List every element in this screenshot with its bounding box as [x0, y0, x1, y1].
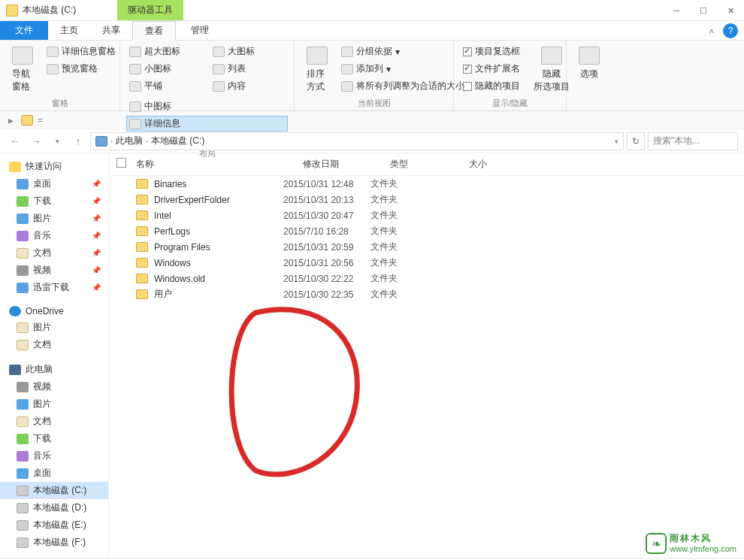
sidebar-item[interactable]: 图片📌 — [0, 210, 108, 227]
sidebar-item[interactable]: 本地磁盘 (E:) — [0, 516, 108, 534]
sidebar-item[interactable]: 音乐📌 — [0, 227, 108, 244]
view-details[interactable]: 详细信息 — [126, 116, 288, 132]
sidebar-item[interactable]: 本地磁盘 (F:) — [0, 534, 108, 551]
sidebar-item[interactable]: 图片 — [0, 319, 108, 336]
table-row[interactable]: Windows 2015/10/31 20:56 文件夹 — [109, 255, 744, 271]
folder-icon — [17, 340, 29, 350]
sidebar-item[interactable]: 本地磁盘 (D:) — [0, 499, 108, 516]
chevron-down-icon[interactable]: ▾ — [615, 138, 618, 145]
tab-home[interactable]: 主页 — [48, 21, 90, 40]
table-row[interactable]: 用户 2015/10/30 22:35 文件夹 — [109, 286, 744, 302]
view-xlarge-icons[interactable]: 超大图标 — [126, 44, 205, 59]
sidebar-item[interactable]: 下载📌 — [0, 192, 108, 210]
table-row[interactable]: Program Files 2015/10/31 20:59 文件夹 — [109, 239, 744, 255]
refresh-button[interactable]: ↻ — [627, 132, 645, 150]
folder-icon — [17, 520, 29, 531]
table-row[interactable]: Windows.old 2015/10/30 22:22 文件夹 — [109, 271, 744, 286]
sidebar-item[interactable]: 文档 — [0, 336, 108, 353]
view-large-icons[interactable]: 大图标 — [210, 44, 289, 59]
drive-tools-tab[interactable]: 驱动器工具 — [117, 0, 183, 20]
folder-icon — [17, 248, 29, 259]
file-extensions-toggle[interactable]: 文件扩展名 — [460, 61, 523, 77]
sidebar-item[interactable]: 音乐 — [0, 447, 108, 465]
sidebar-item[interactable]: 桌面📌 — [0, 175, 108, 192]
breadcrumb-thispc[interactable]: 此电脑 — [116, 135, 143, 147]
view-medium-icons[interactable]: 中图标 — [126, 98, 288, 114]
view-tiles[interactable]: 平铺 — [126, 78, 205, 94]
address-bar: ← → ▾ ↑ › 此电脑 › 本地磁盘 (C:) ▾ ↻ 搜索"本地... — [0, 129, 744, 153]
search-input[interactable]: 搜索"本地... — [648, 132, 738, 150]
navigation-sidebar[interactable]: 快速访问 桌面📌下载📌图片📌音乐📌文档📌视频📌迅雷下载📌 OneDrive 图片… — [0, 153, 109, 558]
annotation-circle — [233, 309, 368, 482]
expand-tree-button[interactable]: ▸ — [5, 111, 17, 129]
chevron-up-icon[interactable]: ᴧ — [709, 26, 714, 35]
tab-manage[interactable]: 管理 — [179, 21, 221, 40]
sort-button[interactable]: 排序方式 — [301, 44, 334, 96]
maximize-button[interactable]: ☐ — [690, 0, 717, 21]
preview-pane-icon — [47, 64, 59, 74]
tiles-icon — [129, 81, 141, 92]
add-columns-icon — [341, 64, 353, 74]
sidebar-item[interactable]: 迅雷下载📌 — [0, 279, 108, 296]
sidebar-item[interactable]: 图片 — [0, 395, 108, 413]
tab-file[interactable]: 文件 — [0, 21, 48, 40]
group-panes-label: 窗格 — [6, 96, 113, 110]
forward-button[interactable]: → — [27, 132, 45, 150]
column-type[interactable]: 类型 — [390, 158, 469, 171]
table-row[interactable]: Binaries 2015/10/31 12:48 文件夹 — [109, 176, 744, 192]
onedrive-icon — [9, 306, 21, 316]
close-button[interactable]: ✕ — [717, 0, 744, 21]
breadcrumb[interactable]: › 此电脑 › 本地磁盘 (C:) ▾ — [90, 132, 624, 150]
navigation-pane-button[interactable]: 导航窗格 — [6, 44, 39, 96]
table-row[interactable]: DriverExpertFolder 2015/10/31 20:13 文件夹 — [109, 192, 744, 207]
column-name[interactable]: 名称 — [136, 158, 303, 171]
sidebar-item[interactable]: 桌面 — [0, 465, 108, 482]
add-columns-button[interactable]: 添加列 ▾ — [338, 61, 467, 77]
group-showhide-label: 显示/隐藏 — [460, 96, 560, 110]
leaf-icon: ❧ — [646, 533, 667, 554]
sidebar-item[interactable]: 视频📌 — [0, 262, 108, 279]
watermark: ❧ 雨林木风 www.ylmfeng.com — [646, 533, 736, 554]
file-list[interactable]: 名称 修改日期 类型 大小 Binaries 2015/10/31 12:48 … — [109, 153, 744, 558]
breadcrumb-drive[interactable]: 本地磁盘 (C:) — [151, 135, 204, 147]
view-small-icons[interactable]: 小图标 — [126, 61, 205, 77]
sidebar-this-pc[interactable]: 此电脑 — [0, 361, 108, 378]
fit-columns-icon — [341, 81, 353, 92]
up-button[interactable]: ↑ — [69, 132, 87, 150]
sidebar-item[interactable]: 视频 — [0, 378, 108, 395]
hidden-items-toggle[interactable]: 隐藏的项目 — [460, 78, 523, 94]
tab-share[interactable]: 共享 — [90, 21, 132, 40]
column-size[interactable]: 大小 — [469, 158, 529, 171]
column-date[interactable]: 修改日期 — [303, 158, 390, 171]
select-all-checkbox[interactable] — [116, 158, 126, 168]
sidebar-item[interactable]: 本地磁盘 (C:) — [0, 482, 108, 499]
table-row[interactable]: PerfLogs 2015/7/10 16:28 文件夹 — [109, 223, 744, 239]
view-content[interactable]: 内容 — [210, 78, 289, 94]
details-pane-button[interactable]: 详细信息窗格 — [44, 44, 119, 59]
chevron-right-icon: › — [146, 138, 148, 145]
details-pane-icon — [47, 47, 59, 57]
sidebar-quick-access[interactable]: 快速访问 — [0, 158, 108, 175]
pin-icon: 📌 — [92, 266, 101, 275]
table-row[interactable]: Intel 2015/10/30 20:47 文件夹 — [109, 207, 744, 223]
sidebar-item[interactable]: 下载 — [0, 430, 108, 447]
fit-columns-button[interactable]: 将所有列调整为合适的大小 — [338, 78, 467, 94]
tab-view[interactable]: 查看 — [132, 21, 176, 41]
view-list[interactable]: 列表 — [210, 61, 289, 77]
ribbon-body: 导航窗格 详细信息窗格 预览窗格 窗格 超大图标 小图标 平铺 大图标 列表 内… — [0, 41, 744, 111]
history-dropdown[interactable]: ▾ — [48, 132, 66, 150]
help-button[interactable]: ? — [723, 23, 738, 38]
preview-pane-button[interactable]: 预览窗格 — [44, 61, 119, 77]
sidebar-item[interactable]: 文档📌 — [0, 244, 108, 262]
minimize-button[interactable]: ─ — [663, 0, 690, 21]
group-by-button[interactable]: 分组依据 ▾ — [338, 44, 467, 59]
pin-icon: 📌 — [92, 249, 101, 258]
folder-icon — [17, 486, 29, 496]
sidebar-onedrive[interactable]: OneDrive — [0, 304, 108, 319]
options-button[interactable]: 选项 — [573, 44, 606, 97]
sidebar-item[interactable]: 文档 — [0, 413, 108, 430]
overflow-icon[interactable]: = — [38, 115, 43, 126]
back-button[interactable]: ← — [6, 132, 24, 150]
item-checkboxes-toggle[interactable]: 项目复选框 — [460, 44, 523, 59]
pin-icon: 📌 — [92, 283, 101, 292]
